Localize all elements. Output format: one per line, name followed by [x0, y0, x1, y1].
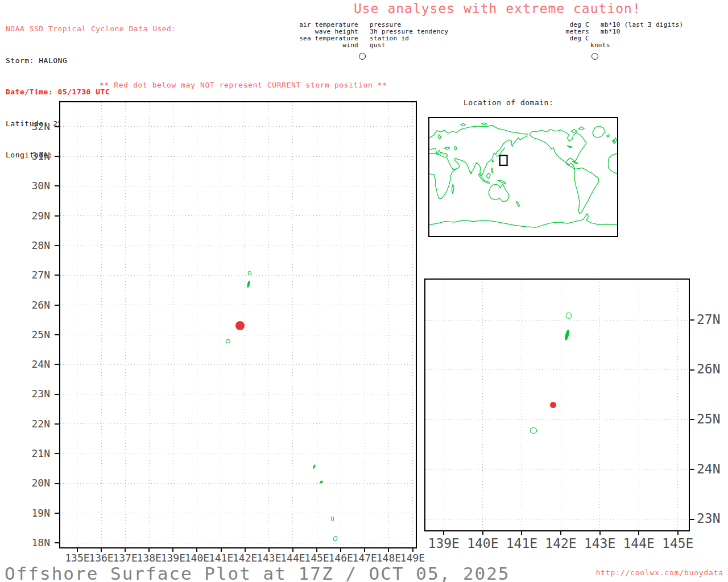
y-axis-tick-label: 27N: [16, 269, 50, 281]
gridline-vertical: [149, 102, 150, 547]
world-map-svg: [429, 118, 617, 236]
y-axis-tick: [55, 275, 59, 276]
y-axis-tick-label: 30N: [16, 180, 50, 192]
island-coastline-fragment: [226, 339, 230, 343]
x-axis-tick: [412, 547, 413, 552]
y-axis-tick-label: 27N: [697, 312, 728, 327]
gridline-vertical: [677, 280, 678, 530]
coastline-iceland: [607, 135, 610, 138]
x-axis-tick: [292, 547, 293, 552]
buoydata-url-link[interactable]: http://coolwx.com/buoydata: [596, 568, 723, 577]
gridline-horizontal: [60, 246, 416, 246]
coastline-antarctica: [429, 214, 617, 227]
noaa-source-line: NOAA SSD Tropical Cyclone Data Used:: [6, 24, 176, 35]
y-axis-tick: [55, 423, 59, 425]
legend-label: deg C: [557, 35, 589, 42]
units-legend: deg Cmb*10 (last 3 digits) metersmb*10 d…: [557, 22, 705, 49]
coastline-philippines: [491, 168, 493, 173]
x-axis-tick: [638, 530, 639, 535]
y-axis-tick-label: 29N: [16, 210, 50, 222]
gridline-vertical: [292, 102, 293, 547]
black-sea: [445, 147, 450, 150]
coastline-group: [429, 123, 617, 227]
x-axis-tick: [560, 530, 561, 535]
x-axis-tick: [125, 547, 126, 552]
y-axis-tick: [55, 305, 59, 306]
legend-label: mb*10: [601, 28, 621, 35]
gridline-horizontal: [425, 320, 689, 321]
coastline-greenland: [593, 126, 605, 138]
gridline-vertical: [197, 102, 197, 547]
coastline-cuba: [572, 161, 578, 163]
y-axis-tick: [55, 513, 59, 514]
gridline-horizontal: [60, 186, 416, 186]
domain-rectangle-marker: [500, 156, 507, 165]
y-axis-tick-label: 24N: [16, 358, 50, 370]
gridline-horizontal: [60, 513, 416, 513]
red-dot-warning: ** Red dot below may NOT represent CURRE…: [100, 81, 387, 89]
y-axis-tick: [690, 469, 694, 470]
great-lakes: [567, 146, 572, 147]
gridline-horizontal: [60, 454, 416, 454]
x-axis-tick: [599, 530, 601, 535]
arctic-islands-2: [578, 127, 584, 130]
domain-map-title: Location of domain:: [464, 98, 553, 107]
y-axis-tick-label: 23N: [16, 388, 50, 400]
legend-label: knots: [590, 42, 610, 49]
x-axis-tick-label: 149E: [390, 552, 436, 564]
island-coastline-fragment: [332, 535, 338, 542]
y-axis-tick: [55, 542, 59, 543]
y-axis-tick: [55, 185, 59, 186]
gridline-vertical: [388, 102, 389, 547]
legend-row: windgust: [284, 42, 461, 49]
coastline-australia: [489, 184, 510, 201]
gridline-horizontal: [60, 543, 416, 543]
island-coastline-fragment: [565, 312, 572, 320]
coastline-africa-right-edge: [608, 153, 617, 174]
x-axis-tick: [196, 547, 197, 552]
y-axis-tick-label: 26N: [697, 361, 728, 376]
x-axis-tick: [443, 530, 444, 535]
gridline-vertical: [317, 102, 317, 547]
y-axis-tick-label: 22N: [16, 418, 50, 430]
caution-banner: Use analyses with extreme caution!: [354, 1, 641, 16]
gridline-vertical: [639, 280, 639, 530]
x-axis-tick: [482, 530, 483, 535]
x-axis-tick: [172, 547, 173, 552]
inset-plot-frame: 139E140E141E142E143E144E145E23N24N25N26N…: [424, 278, 690, 531]
legend-label: [557, 42, 589, 49]
page-title: Offshore Surface Plot at 17Z / OCT 05, 2…: [5, 563, 510, 582]
gridline-horizontal: [425, 469, 689, 470]
gridline-vertical: [101, 102, 102, 547]
y-axis-tick: [55, 364, 59, 365]
y-axis-tick: [55, 245, 59, 246]
y-axis-tick-label: 25N: [16, 329, 50, 340]
gridline-vertical: [341, 102, 341, 547]
gridline-vertical: [365, 102, 365, 547]
gridline-horizontal: [425, 369, 689, 370]
y-axis-tick: [690, 319, 694, 321]
gridline-horizontal: [60, 394, 416, 394]
x-axis-tick: [364, 547, 365, 552]
y-axis-tick: [690, 419, 694, 420]
station-model-legend: air temperaturepressure wave height3h pr…: [284, 22, 461, 49]
y-axis-tick: [55, 483, 59, 484]
gridline-vertical: [522, 280, 522, 530]
coastline-ireland: [613, 140, 614, 143]
x-axis-tick: [388, 547, 389, 552]
coastline-madagascar: [452, 184, 454, 193]
gridline-vertical: [599, 280, 600, 530]
storm-position-dot: [550, 402, 556, 408]
y-axis-tick-label: 21N: [16, 447, 50, 459]
y-axis-tick-label: 26N: [16, 299, 50, 311]
island-coastline-fragment: [247, 281, 251, 288]
coastline-new-guinea: [498, 180, 506, 184]
island-coastline-fragment: [312, 464, 316, 469]
x-axis-tick: [268, 547, 270, 552]
x-axis-tick: [148, 547, 150, 552]
y-axis-tick-label: 24N: [697, 462, 728, 476]
caspian-sea: [454, 146, 457, 150]
gridline-vertical: [173, 102, 173, 547]
baltic-sea: [439, 135, 441, 139]
y-axis-tick: [690, 519, 694, 520]
